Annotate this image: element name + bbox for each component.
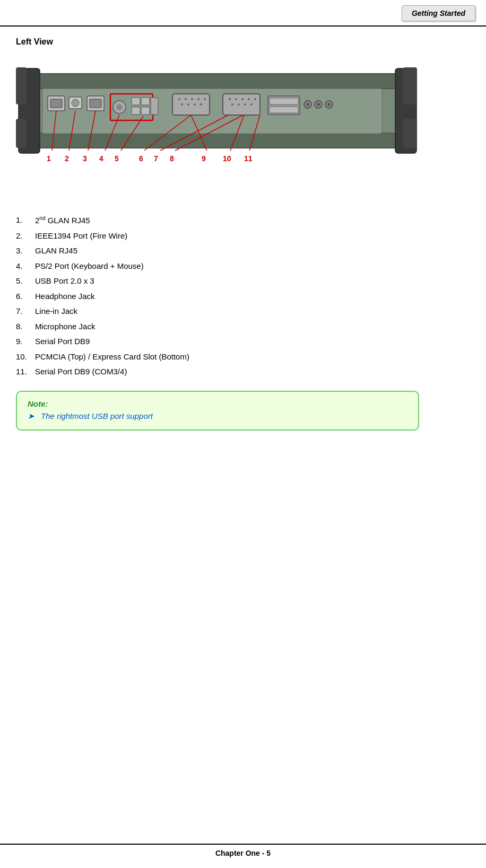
svg-text:11: 11 xyxy=(244,154,253,163)
svg-point-50 xyxy=(317,103,320,106)
list-item: 2. IEEE1394 Port (Fire Wire) xyxy=(16,230,470,242)
svg-rect-15 xyxy=(90,99,101,108)
list-num: 7. xyxy=(16,305,35,318)
svg-text:3: 3 xyxy=(83,154,87,163)
list-text: 2nd GLAN RJ45 xyxy=(35,214,90,227)
svg-rect-8 xyxy=(403,119,417,148)
svg-point-43 xyxy=(250,103,253,106)
list-num: 3. xyxy=(16,245,35,257)
svg-rect-24 xyxy=(172,94,210,115)
list-num: 11. xyxy=(16,366,35,378)
list-text: Serial Port DB9 (COM3/4) xyxy=(35,366,127,378)
list-item: 4. PS/2 Port (Keyboard + Mouse) xyxy=(16,260,470,273)
list-item: 9. Serial Port DB9 xyxy=(16,336,470,348)
svg-point-29 xyxy=(204,98,206,100)
svg-rect-2 xyxy=(21,133,409,148)
page-footer: Chapter One - 5 xyxy=(0,844,486,857)
svg-rect-11 xyxy=(50,99,62,108)
svg-rect-21 xyxy=(141,98,150,105)
svg-point-26 xyxy=(185,98,187,100)
note-box: Note: ➤ The rightmost USB port support xyxy=(16,391,419,431)
svg-text:9: 9 xyxy=(202,154,206,163)
note-arrow: ➤ xyxy=(28,411,34,421)
svg-rect-22 xyxy=(141,107,150,115)
main-content: Left View xyxy=(0,27,486,441)
list-item: 7. Line-in Jack xyxy=(16,305,470,318)
svg-point-39 xyxy=(254,98,256,100)
list-num: 2. xyxy=(16,230,35,242)
svg-point-28 xyxy=(197,98,199,100)
note-text: The rightmost USB port support xyxy=(41,411,153,420)
svg-point-32 xyxy=(194,103,196,106)
device-image-container: 1 2 3 4 5 6 7 8 9 10 11 xyxy=(16,55,419,204)
svg-text:2: 2 xyxy=(65,154,69,163)
page-header: Getting Started xyxy=(0,0,486,27)
svg-point-25 xyxy=(178,98,180,100)
svg-point-18 xyxy=(116,104,123,110)
svg-point-48 xyxy=(306,103,309,106)
svg-point-31 xyxy=(187,103,189,106)
svg-text:4: 4 xyxy=(99,154,103,163)
list-item: 8. Microphone Jack xyxy=(16,321,470,333)
svg-point-13 xyxy=(72,99,79,107)
list-text: PS/2 Port (Keyboard + Mouse) xyxy=(35,260,144,273)
list-text: USB Port 2.0 x 3 xyxy=(35,275,94,287)
svg-point-52 xyxy=(327,103,331,106)
svg-text:8: 8 xyxy=(170,154,174,163)
list-item: 5. USB Port 2.0 x 3 xyxy=(16,275,470,287)
svg-rect-5 xyxy=(16,119,27,148)
svg-point-30 xyxy=(181,103,183,106)
svg-point-38 xyxy=(248,98,250,100)
list-num: 10. xyxy=(16,351,35,363)
getting-started-tab: Getting Started xyxy=(402,5,475,21)
list-text: PCMCIA (Top) / Express Card Slot (Bottom… xyxy=(35,351,189,363)
svg-text:1: 1 xyxy=(47,154,51,163)
list-item: 10. PCMCIA (Top) / Express Card Slot (Bo… xyxy=(16,351,470,363)
svg-text:6: 6 xyxy=(139,154,143,163)
svg-rect-45 xyxy=(270,98,298,104)
svg-point-40 xyxy=(231,103,233,106)
list-item: 3. GLAN RJ45 xyxy=(16,245,470,257)
port-list: 1. 2nd GLAN RJ45 2. IEEE1394 Port (Fire … xyxy=(16,214,470,378)
svg-point-35 xyxy=(229,98,231,100)
svg-rect-46 xyxy=(270,107,298,113)
list-num: 4. xyxy=(16,260,35,273)
list-num: 9. xyxy=(16,336,35,348)
list-num: 8. xyxy=(16,321,35,333)
svg-point-37 xyxy=(241,98,244,100)
list-num: 6. xyxy=(16,291,35,303)
list-text: Microphone Jack xyxy=(35,321,95,333)
svg-text:7: 7 xyxy=(154,154,158,163)
list-text: Headphone Jack xyxy=(35,291,95,303)
list-text: Line-in Jack xyxy=(35,305,77,318)
footer-text: Chapter One - 5 xyxy=(215,849,271,857)
note-label: Note: xyxy=(28,399,407,408)
svg-point-33 xyxy=(200,103,202,106)
svg-rect-20 xyxy=(132,107,140,115)
svg-point-36 xyxy=(235,98,237,100)
list-text: Serial Port DB9 xyxy=(35,336,90,348)
svg-rect-34 xyxy=(223,94,260,115)
svg-rect-19 xyxy=(132,98,140,105)
svg-point-42 xyxy=(244,103,246,106)
svg-point-27 xyxy=(191,98,193,100)
svg-rect-4 xyxy=(16,67,27,104)
svg-text:5: 5 xyxy=(115,154,119,163)
list-text: GLAN RJ45 xyxy=(35,245,77,257)
list-text: IEEE1394 Port (Fire Wire) xyxy=(35,230,127,242)
note-content: ➤ The rightmost USB port support xyxy=(28,411,407,421)
list-item: 11. Serial Port DB9 (COM3/4) xyxy=(16,366,470,378)
section-title: Left View xyxy=(16,37,470,47)
svg-point-41 xyxy=(238,103,240,106)
device-svg: 1 2 3 4 5 6 7 8 9 10 11 xyxy=(16,55,419,182)
list-num: 1. xyxy=(16,214,35,227)
svg-rect-7 xyxy=(403,67,417,104)
svg-text:10: 10 xyxy=(223,154,231,163)
svg-rect-23 xyxy=(151,98,158,115)
list-item: 6. Headphone Jack xyxy=(16,291,470,303)
svg-rect-1 xyxy=(21,74,409,89)
list-item: 1. 2nd GLAN RJ45 xyxy=(16,214,470,227)
list-num: 5. xyxy=(16,275,35,287)
